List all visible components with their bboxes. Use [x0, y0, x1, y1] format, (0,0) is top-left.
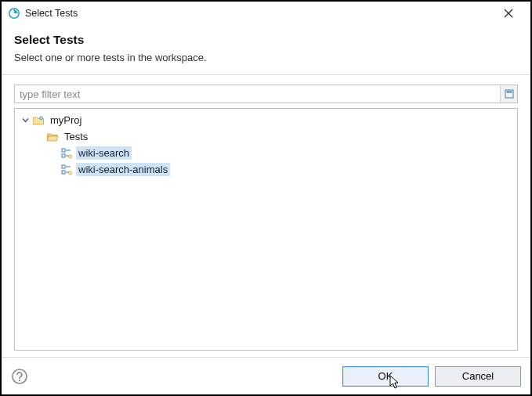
dialog-header: Select Tests Select one or more tests in…: [2, 25, 530, 74]
page-subtitle: Select one or more tests in the workspac…: [14, 52, 518, 63]
cancel-button[interactable]: Cancel: [435, 366, 521, 387]
test-icon: [60, 164, 73, 176]
ok-button[interactable]: OK: [342, 366, 429, 387]
chevron-down-icon[interactable]: [20, 115, 31, 126]
dialog-footer: OK Cancel: [2, 357, 530, 394]
help-icon: [11, 368, 28, 385]
svg-point-12: [19, 380, 20, 381]
titlebar: Select Tests: [2, 2, 530, 25]
svg-point-4: [40, 117, 43, 120]
tree: myProj: [15, 112, 517, 178]
close-button[interactable]: [493, 2, 524, 24]
help-button[interactable]: [11, 368, 28, 385]
filter-input[interactable]: [15, 85, 500, 103]
project-icon: [32, 114, 45, 127]
svg-point-7: [68, 154, 71, 157]
svg-rect-5: [62, 149, 65, 152]
page-title: Select Tests: [14, 33, 518, 47]
dialog-body: myProj: [2, 75, 530, 357]
tree-node-label[interactable]: wiki-search-animals: [76, 163, 170, 176]
svg-rect-1: [13, 9, 14, 11]
dialog-window: Select Tests Select Tests Select one or …: [0, 0, 532, 396]
tree-node-label[interactable]: Tests: [62, 130, 90, 143]
tree-pane[interactable]: myProj: [14, 108, 518, 351]
svg-rect-6: [62, 154, 65, 157]
folder-open-icon: [46, 131, 59, 143]
filter-row: [14, 85, 518, 103]
test-icon: [60, 147, 73, 160]
expand-icon: [505, 89, 514, 99]
tree-node-test[interactable]: wiki-search-animals: [46, 161, 517, 178]
tree-node-label[interactable]: myProj: [48, 113, 84, 127]
tree-node-project[interactable]: myProj: [18, 112, 517, 178]
svg-rect-3: [506, 92, 512, 93]
filter-expand-button[interactable]: [500, 85, 517, 103]
window-title: Select Tests: [25, 8, 493, 19]
svg-point-10: [68, 171, 71, 174]
svg-rect-8: [62, 165, 65, 168]
app-icon: [8, 7, 20, 20]
tree-node-label[interactable]: wiki-search: [76, 146, 132, 160]
tree-node-folder[interactable]: Tests: [32, 128, 517, 178]
svg-point-11: [13, 369, 27, 383]
svg-rect-9: [62, 171, 65, 174]
close-icon: [504, 9, 513, 18]
tree-node-test[interactable]: wiki-search: [46, 145, 517, 161]
